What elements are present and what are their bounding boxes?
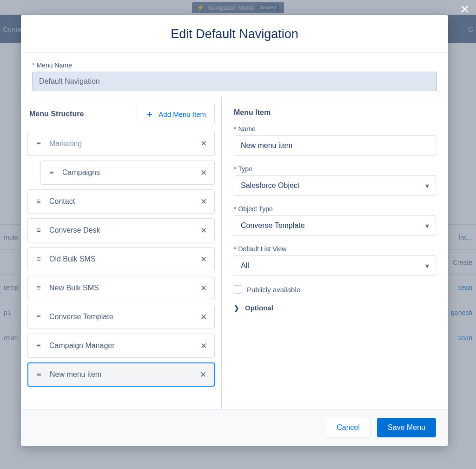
edit-navigation-modal: ✕ Edit Default Navigation Menu Name Menu… xyxy=(21,15,448,446)
drag-handle-icon[interactable]: ≡ xyxy=(33,226,43,234)
object-type-select[interactable]: Converse Template ▾ xyxy=(234,215,436,236)
menu-tree-item-label: Campaigns xyxy=(62,168,198,177)
remove-item-icon[interactable]: ✕ xyxy=(198,253,209,266)
menu-tree-item[interactable]: ≡New menu item✕ xyxy=(27,362,215,387)
cancel-button[interactable]: Cancel xyxy=(326,418,370,437)
menu-tree-item-label: Campaign Manager xyxy=(49,342,198,350)
remove-item-icon[interactable]: ✕ xyxy=(198,339,209,353)
drag-handle-icon[interactable]: ≡ xyxy=(33,197,43,206)
menu-tree-item-label: New menu item xyxy=(50,370,198,379)
chevron-down-icon: ▾ xyxy=(425,221,429,230)
listview-select[interactable]: All ▾ xyxy=(234,255,436,276)
public-label: Publicly available xyxy=(247,286,300,294)
remove-item-icon[interactable]: ✕ xyxy=(198,310,209,324)
drag-handle-icon[interactable]: ≡ xyxy=(33,284,43,292)
type-label: Type xyxy=(234,165,436,173)
menu-tree-item[interactable]: ≡Old Bulk SMS✕ xyxy=(27,247,215,271)
menu-name-input[interactable] xyxy=(32,72,437,91)
type-value: Salesforce Object xyxy=(241,181,299,190)
menu-tree-item[interactable]: ≡Converse Template✕ xyxy=(27,305,215,329)
object-type-label: Object Type xyxy=(234,205,436,213)
menu-tree-item[interactable]: ≡Campaign Manager✕ xyxy=(27,334,215,358)
menu-name-label: Menu Name xyxy=(32,61,437,69)
menu-tree-item[interactable]: ≡Contact✕ xyxy=(27,189,215,214)
menu-tree-item-label: Converse Desk xyxy=(49,226,198,234)
remove-item-icon[interactable]: ✕ xyxy=(198,368,208,382)
drag-handle-icon[interactable]: ≡ xyxy=(33,342,43,350)
optional-label: Optional xyxy=(245,304,273,312)
listview-value: All xyxy=(241,261,249,270)
menu-tree-item[interactable]: ≡Marketing✕ xyxy=(27,132,215,156)
drag-handle-icon[interactable]: ≡ xyxy=(33,255,43,263)
remove-item-icon[interactable]: ✕ xyxy=(198,281,209,295)
menu-tree-item-label: New Bulk SMS xyxy=(49,284,198,292)
chevron-down-icon: ▾ xyxy=(425,181,429,190)
drag-handle-icon[interactable]: ≡ xyxy=(33,140,43,148)
menu-structure-title: Menu Structure xyxy=(29,110,84,118)
close-icon[interactable]: ✕ xyxy=(458,3,471,16)
menu-tree-item[interactable]: ≡New Bulk SMS✕ xyxy=(27,276,215,300)
add-menu-item-label: Add Menu Item xyxy=(159,110,206,118)
remove-item-icon[interactable]: ✕ xyxy=(198,195,209,208)
remove-item-icon[interactable]: ✕ xyxy=(198,224,209,237)
public-checkbox[interactable] xyxy=(234,285,242,294)
menu-structure-panel: Menu Structure ＋ Add Menu Item ≡Marketin… xyxy=(21,96,222,409)
menu-tree-item-label: Old Bulk SMS xyxy=(49,255,198,263)
menu-tree-item-label: Converse Template xyxy=(49,313,198,321)
menu-tree-item[interactable]: ≡Converse Desk✕ xyxy=(27,218,215,242)
save-button[interactable]: Save Menu xyxy=(377,418,436,437)
drag-handle-icon[interactable]: ≡ xyxy=(34,370,43,379)
menu-tree-item-label: Marketing xyxy=(49,140,198,148)
drag-handle-icon[interactable]: ≡ xyxy=(33,313,43,321)
menu-item-panel: Menu Item Name Type Salesforce Object ▾ … xyxy=(222,96,448,409)
object-type-value: Converse Template xyxy=(241,221,305,230)
optional-toggle[interactable]: ❯ Optional xyxy=(234,302,436,314)
name-input[interactable] xyxy=(234,135,436,156)
modal-footer: Cancel Save Menu xyxy=(21,409,448,446)
modal-title: Edit Default Navigation xyxy=(21,15,448,53)
menu-tree-item-label: Contact xyxy=(49,197,198,206)
remove-item-icon[interactable]: ✕ xyxy=(198,137,209,150)
chevron-right-icon: ❯ xyxy=(234,304,239,312)
type-select[interactable]: Salesforce Object ▾ xyxy=(234,175,436,196)
remove-item-icon[interactable]: ✕ xyxy=(198,166,209,180)
plus-icon: ＋ xyxy=(145,108,154,120)
chevron-down-icon: ▾ xyxy=(425,261,429,270)
name-label: Name xyxy=(234,125,436,133)
add-menu-item-button[interactable]: ＋ Add Menu Item xyxy=(137,104,215,124)
drag-handle-icon[interactable]: ≡ xyxy=(46,168,56,177)
menu-item-title: Menu Item xyxy=(234,108,436,117)
menu-tree-item[interactable]: ≡Campaigns✕ xyxy=(40,161,215,185)
listview-label: Default List View xyxy=(234,245,436,253)
menu-tree[interactable]: ≡Marketing✕≡Campaigns✕≡Contact✕≡Converse… xyxy=(21,132,221,409)
